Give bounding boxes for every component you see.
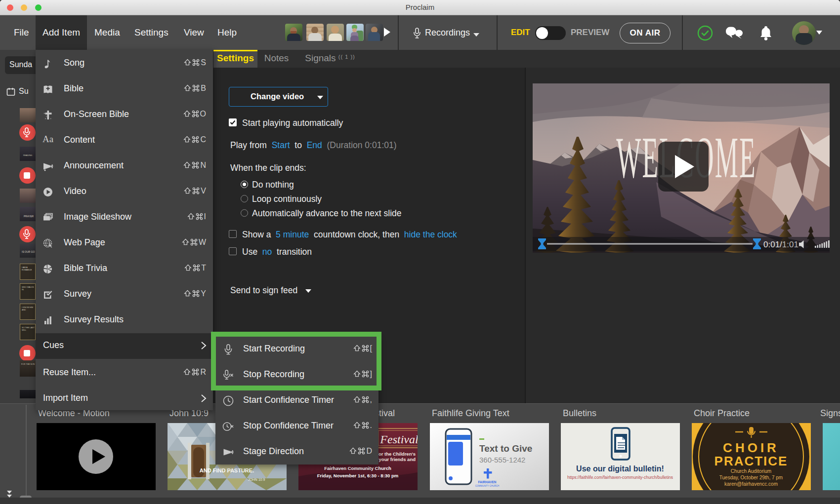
svg-text:for the Children's: for the Children's — [377, 451, 416, 457]
svg-text:karen@fairhavencc.com: karen@fairhavencc.com — [724, 481, 778, 487]
svg-text:Tuesday, October 29th, 7 pm: Tuesday, October 29th, 7 pm — [719, 475, 783, 480]
svg-text:Text to Give: Text to Give — [479, 443, 532, 454]
svg-text:Fairhaven Community Church: Fairhaven Community Church — [324, 465, 391, 471]
svg-text:0:01/1:01: 0:01/1:01 — [763, 240, 798, 249]
svg-text:FAIRHAVEN: FAIRHAVEN — [478, 480, 496, 484]
svg-text:JOHN 10:9: JOHN 10:9 — [248, 478, 265, 481]
svg-text:Festival: Festival — [379, 433, 418, 446]
svg-text:360-555-1242: 360-555-1242 — [479, 456, 525, 464]
svg-text:CHOIR: CHOIR — [723, 440, 779, 455]
svg-text:https://faithlife.com/fairhave: https://faithlife.com/fairhaven-communit… — [567, 475, 673, 480]
svg-text:Church Auditorium: Church Auditorium — [731, 468, 771, 474]
svg-text:AND FIND PASTURE.: AND FIND PASTURE. — [200, 467, 254, 473]
svg-text:PRACTICE: PRACTICE — [714, 454, 788, 468]
svg-text:COMMUNITY CHURCH: COMMUNITY CHURCH — [475, 485, 499, 487]
svg-text:Use our digital bulletin!: Use our digital bulletin! — [576, 465, 664, 473]
svg-text:Friday, November 1st, 6:30 - 8: Friday, November 1st, 6:30 - 8:30 pm — [317, 473, 399, 478]
svg-text:your friends and: your friends and — [379, 457, 416, 462]
